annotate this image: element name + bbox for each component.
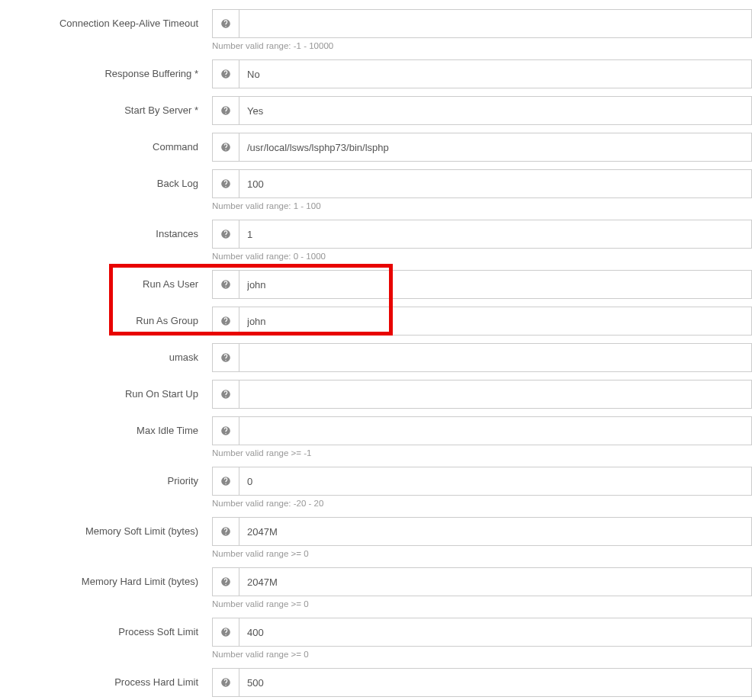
label-process-soft-limit: Process Soft Limit <box>0 618 212 647</box>
hint-process-hard-limit: Number valid range >= 0 <box>212 697 752 700</box>
input-memory-hard-limit[interactable] <box>239 567 752 596</box>
input-command[interactable] <box>239 133 752 162</box>
field-response-buffering: Response Buffering * <box>0 59 752 88</box>
input-run-as-group[interactable] <box>239 307 752 336</box>
label-run-as-group: Run As Group <box>0 307 212 336</box>
field-priority: Priority <box>0 467 752 496</box>
help-icon[interactable] <box>212 133 239 162</box>
label-memory-soft-limit: Memory Soft Limit (bytes) <box>0 517 212 546</box>
help-icon[interactable] <box>212 169 239 198</box>
help-icon[interactable] <box>212 270 239 299</box>
help-icon[interactable] <box>212 517 239 546</box>
field-keep-alive-timeout: Connection Keep-Alive Timeout <box>0 9 752 38</box>
hint-memory-hard-limit: Number valid range >= 0 <box>212 596 752 618</box>
field-run-on-start-up: Run On Start Up <box>0 380 752 409</box>
hint-memory-soft-limit: Number valid range >= 0 <box>212 546 752 567</box>
field-umask: umask <box>0 343 752 372</box>
input-umask[interactable] <box>239 343 752 372</box>
label-instances: Instances <box>0 220 212 249</box>
field-memory-hard-limit: Memory Hard Limit (bytes) <box>0 567 752 596</box>
input-priority[interactable] <box>239 467 752 496</box>
help-icon[interactable] <box>212 467 239 496</box>
help-icon[interactable] <box>212 343 239 372</box>
input-process-hard-limit[interactable] <box>239 668 752 697</box>
input-response-buffering[interactable] <box>239 59 752 88</box>
label-process-hard-limit: Process Hard Limit <box>0 668 212 697</box>
input-process-soft-limit[interactable] <box>239 618 752 647</box>
label-priority: Priority <box>0 467 212 496</box>
help-icon[interactable] <box>212 220 239 249</box>
help-icon[interactable] <box>212 96 239 125</box>
input-run-as-user[interactable] <box>239 270 752 299</box>
input-start-by-server[interactable] <box>239 96 752 125</box>
field-memory-soft-limit: Memory Soft Limit (bytes) <box>0 517 752 546</box>
help-icon[interactable] <box>212 618 239 647</box>
hint-process-soft-limit: Number valid range >= 0 <box>212 647 752 668</box>
help-icon[interactable] <box>212 567 239 596</box>
help-icon[interactable] <box>212 59 239 88</box>
input-keep-alive-timeout[interactable] <box>239 9 752 38</box>
label-response-buffering: Response Buffering * <box>0 59 212 88</box>
hint-keep-alive-timeout: Number valid range: -1 - 10000 <box>212 38 752 59</box>
label-keep-alive-timeout: Connection Keep-Alive Timeout <box>0 9 212 38</box>
help-icon[interactable] <box>212 307 239 336</box>
field-process-soft-limit: Process Soft Limit <box>0 618 752 647</box>
hint-instances: Number valid range: 0 - 1000 <box>212 249 752 270</box>
label-back-log: Back Log <box>0 169 212 198</box>
help-icon[interactable] <box>212 668 239 697</box>
hint-priority: Number valid range: -20 - 20 <box>212 496 752 517</box>
field-command: Command <box>0 133 752 162</box>
label-memory-hard-limit: Memory Hard Limit (bytes) <box>0 567 212 596</box>
hint-back-log: Number valid range: 1 - 100 <box>212 198 752 220</box>
label-start-by-server: Start By Server * <box>0 96 212 125</box>
input-run-on-start-up[interactable] <box>239 380 752 409</box>
label-run-as-user: Run As User <box>0 270 212 299</box>
input-memory-soft-limit[interactable] <box>239 517 752 546</box>
configuration-form: Connection Keep-Alive Timeout Number val… <box>0 0 752 700</box>
field-run-as-user: Run As User <box>0 270 752 299</box>
input-instances[interactable] <box>239 220 752 249</box>
input-back-log[interactable] <box>239 169 752 198</box>
help-icon[interactable] <box>212 380 239 409</box>
help-icon[interactable] <box>212 416 239 445</box>
field-back-log: Back Log <box>0 169 752 198</box>
field-instances: Instances <box>0 220 752 249</box>
label-umask: umask <box>0 343 212 372</box>
label-command: Command <box>0 133 212 162</box>
help-icon[interactable] <box>212 9 239 38</box>
field-run-as-group: Run As Group <box>0 307 752 336</box>
field-start-by-server: Start By Server * <box>0 96 752 125</box>
label-max-idle-time: Max Idle Time <box>0 416 212 445</box>
label-run-on-start-up: Run On Start Up <box>0 380 212 409</box>
hint-max-idle-time: Number valid range >= -1 <box>212 445 752 467</box>
field-max-idle-time: Max Idle Time <box>0 416 752 445</box>
input-max-idle-time[interactable] <box>239 416 752 445</box>
field-process-hard-limit: Process Hard Limit <box>0 668 752 697</box>
